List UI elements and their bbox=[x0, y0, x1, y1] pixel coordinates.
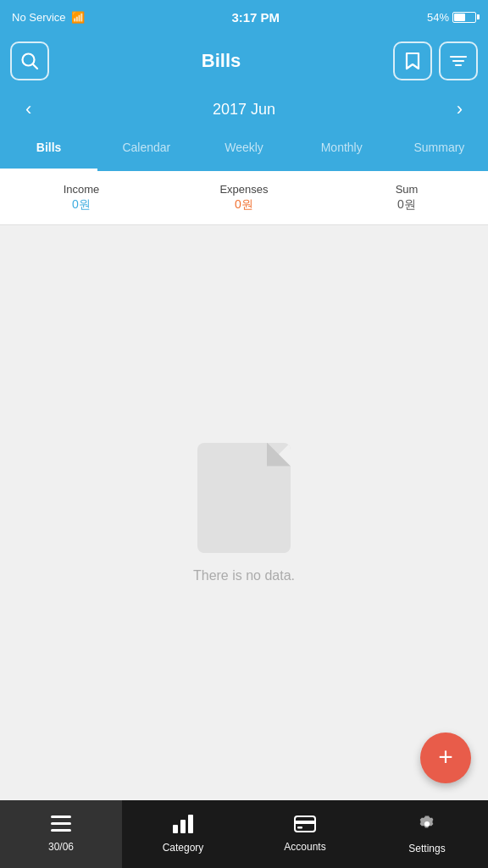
svg-rect-5 bbox=[51, 815, 71, 818]
income-value: 0원 bbox=[72, 197, 91, 213]
nav-item-settings[interactable]: Settings bbox=[366, 800, 488, 868]
expenses-summary: Expenses 0원 bbox=[163, 183, 325, 213]
svg-rect-10 bbox=[188, 815, 193, 833]
header-actions bbox=[393, 41, 478, 80]
tab-monthly[interactable]: Monthly bbox=[293, 130, 391, 171]
add-button[interactable]: + bbox=[420, 733, 471, 783]
date-navigation: ‹ 2017 Jun › bbox=[0, 88, 488, 130]
nav-item-category[interactable]: Category bbox=[122, 800, 244, 868]
income-summary: Income 0원 bbox=[0, 183, 163, 213]
search-button[interactable] bbox=[10, 41, 49, 80]
svg-rect-9 bbox=[180, 820, 186, 833]
nav-label-settings: Settings bbox=[408, 843, 445, 854]
accounts-nav-icon bbox=[294, 815, 316, 838]
empty-doc-icon bbox=[197, 443, 291, 553]
expenses-value: 0원 bbox=[235, 197, 253, 213]
svg-rect-6 bbox=[51, 822, 71, 825]
tab-calendar[interactable]: Calendar bbox=[97, 130, 195, 171]
expenses-label: Expenses bbox=[219, 183, 268, 196]
battery-text: 54% bbox=[427, 11, 449, 24]
category-nav-icon bbox=[173, 815, 193, 838]
sum-summary: Sum 0원 bbox=[325, 183, 488, 213]
bottom-navigation: 30/06 Category Accounts Se bbox=[0, 800, 488, 868]
empty-state-text: There is no data. bbox=[193, 568, 295, 583]
carrier-text: No Service bbox=[12, 11, 66, 24]
tab-weekly[interactable]: Weekly bbox=[195, 130, 292, 171]
wifi-icon: 📶 bbox=[71, 11, 85, 24]
status-bar: No Service 📶 3:17 PM 54% bbox=[0, 0, 488, 34]
nav-label-bills: 30/06 bbox=[48, 841, 74, 853]
svg-rect-7 bbox=[51, 829, 71, 832]
sum-label: Sum bbox=[396, 183, 419, 196]
add-icon: + bbox=[438, 744, 453, 770]
svg-rect-8 bbox=[173, 825, 178, 833]
next-month-button[interactable]: › bbox=[448, 98, 471, 120]
income-label: Income bbox=[64, 183, 100, 196]
header: Bills bbox=[0, 34, 488, 88]
svg-line-1 bbox=[33, 64, 38, 69]
main-content: There is no data. bbox=[0, 225, 488, 800]
status-bar-time: 3:17 PM bbox=[231, 10, 280, 25]
filter-button[interactable] bbox=[439, 41, 478, 80]
tab-summary[interactable]: Summary bbox=[391, 130, 488, 171]
status-bar-right: 54% bbox=[427, 11, 476, 24]
prev-month-button[interactable]: ‹ bbox=[17, 98, 40, 120]
nav-item-accounts[interactable]: Accounts bbox=[244, 800, 366, 868]
nav-label-accounts: Accounts bbox=[284, 841, 325, 853]
battery-icon bbox=[452, 12, 476, 23]
tab-bar: Bills Calendar Weekly Monthly Summary bbox=[0, 130, 488, 171]
page-title: Bills bbox=[202, 50, 241, 72]
bookmark-button[interactable] bbox=[393, 41, 432, 80]
svg-rect-12 bbox=[295, 821, 315, 824]
nav-item-bills[interactable]: 30/06 bbox=[0, 800, 122, 868]
svg-rect-13 bbox=[297, 827, 302, 829]
summary-row: Income 0원 Expenses 0원 Sum 0원 bbox=[0, 171, 488, 225]
settings-nav-icon bbox=[417, 814, 437, 839]
current-date: 2017 Jun bbox=[213, 101, 275, 119]
bills-nav-icon bbox=[51, 815, 71, 838]
sum-value: 0원 bbox=[397, 197, 416, 213]
status-bar-left: No Service 📶 bbox=[12, 11, 85, 24]
nav-label-category: Category bbox=[163, 842, 204, 854]
tab-bills[interactable]: Bills bbox=[0, 130, 97, 171]
